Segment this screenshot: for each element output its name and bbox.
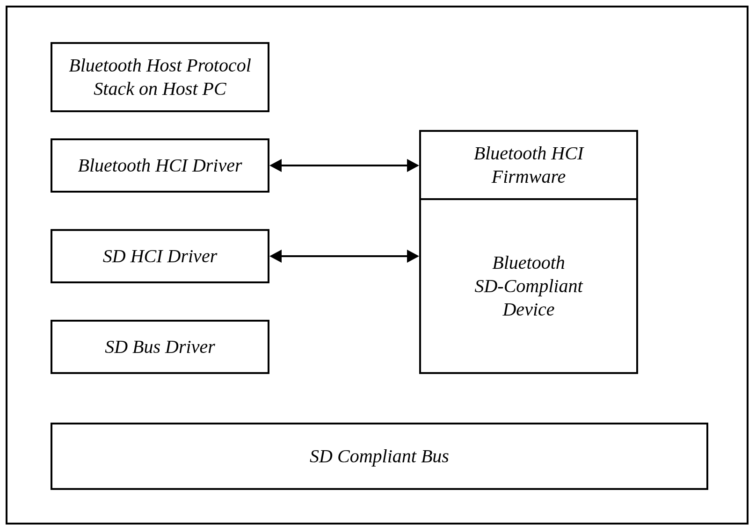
box-host-protocol-stack: Bluetooth Host Protocol Stack on Host PC (51, 42, 269, 112)
box-bluetooth-hci-firmware: Bluetooth HCI Firmware (419, 130, 638, 200)
box-bluetooth-hci-driver: Bluetooth HCI Driver (51, 138, 269, 193)
box-sd-compliant-bus: SD Compliant Bus (51, 423, 708, 490)
box-sd-hci-driver: SD HCI Driver (51, 229, 269, 283)
diagram-canvas: Bluetooth Host Protocol Stack on Host PC… (0, 0, 756, 532)
box-sd-bus-driver: SD Bus Driver (51, 320, 269, 374)
box-bluetooth-sd-compliant-device: Bluetooth SD-Compliant Device (419, 198, 638, 374)
